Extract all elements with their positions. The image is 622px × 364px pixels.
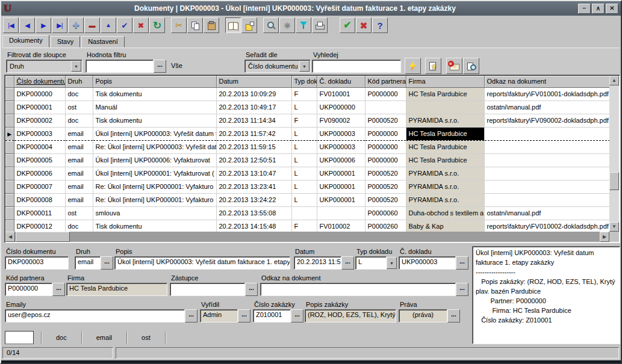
horizontal-scrollbar[interactable]: ◀ ▶	[5, 232, 609, 242]
column-header-8[interactable]: Odkaz na dokument	[484, 76, 609, 87]
grid-cell[interactable]	[406, 100, 484, 114]
grid-cell[interactable]: DKP000001	[14, 100, 65, 114]
insert-button[interactable]	[68, 17, 84, 33]
sort-select[interactable]: Číslo dokumentu ▼	[244, 60, 311, 73]
zastupce-field[interactable]	[170, 283, 245, 296]
grid-cell[interactable]	[484, 127, 609, 140]
prava-ellipsis-button[interactable]	[447, 309, 460, 322]
table-row[interactable]: DKP000004emailRe: Úkol [interni] UKP0000…	[5, 140, 609, 153]
grid-cell[interactable]: FV010002	[317, 220, 365, 232]
tab-stavy[interactable]: Stavy	[51, 36, 81, 48]
close-button[interactable]: ✕	[606, 4, 618, 14]
grid-cell[interactable]	[484, 180, 609, 193]
grid-cell[interactable]: Re: Úkol [interni] UKP000001: Vyfakturo	[93, 180, 216, 193]
grid-cell[interactable]: 20.2.2013 13:23:41	[216, 180, 291, 193]
search-document-button[interactable]	[463, 58, 479, 74]
grid-cell[interactable]: Baby & Kap	[406, 220, 484, 232]
help-button[interactable]	[372, 17, 388, 33]
vyridil-ellipsis-button[interactable]	[238, 309, 250, 322]
scroll-left-icon[interactable]: ◀	[5, 232, 15, 242]
grid-cell[interactable]: PYRAMIDA s.r.o.	[406, 114, 484, 127]
grid-cell[interactable]: Úkol [interni] UKP000001: Vyfakturovat (	[93, 167, 216, 180]
table-row[interactable]: ▶DKP000003emailÚkol [interni] UKP000003:…	[5, 127, 609, 140]
grid-cell[interactable]: DKP000007	[14, 180, 65, 193]
filter-column-select[interactable]: Druh ▼	[6, 60, 82, 73]
grid-cell[interactable]: P0000520	[365, 180, 406, 193]
grid-cell[interactable]: email	[65, 167, 93, 180]
column-header-5[interactable]: Č. dokladu	[317, 76, 365, 87]
grid-cell[interactable]: 20.2.2013 11:57:42	[216, 127, 291, 140]
grid-cell[interactable]	[484, 153, 609, 167]
grid-cell[interactable]: ostatni\manual.pdf	[484, 206, 609, 220]
grid-cell[interactable]: 20.2.2013 12:50:51	[216, 153, 291, 167]
cislo-zakazky-field[interactable]: Z010001	[253, 309, 291, 322]
grid-cell[interactable]: DKP000006	[14, 167, 65, 180]
odkaz-field[interactable]	[260, 283, 456, 296]
email-button[interactable]	[446, 58, 462, 74]
grid-cell[interactable]: doc	[65, 220, 93, 232]
grid-cell[interactable]: DKP000005	[14, 153, 65, 167]
print-button[interactable]	[312, 17, 328, 33]
grid-cell[interactable]: 20.2.2013 10:09:29	[216, 87, 291, 100]
tab-dokumenty[interactable]: Dokumenty	[2, 35, 49, 48]
table-row[interactable]: DKP000012docTisk dokumentu20.2.2013 14:1…	[5, 220, 609, 232]
grid-cell[interactable]: P0000000	[365, 140, 406, 153]
grid-cell[interactable]: ost	[65, 100, 93, 114]
grid-cell[interactable]: DKP000000	[14, 87, 65, 100]
column-header-1[interactable]: Druh	[65, 76, 93, 87]
grid-cell[interactable]: reports\faktury\FV010001-dokladsdph.pdf	[484, 87, 609, 100]
cancel-dialog-button[interactable]	[356, 17, 372, 33]
grid-cell[interactable]: DKP000002	[14, 114, 65, 127]
grid-cell[interactable]: reports\faktury\FV010002-dokladsdph.pdf	[484, 220, 609, 232]
grid-cell[interactable]: F	[291, 87, 317, 100]
ok-button[interactable]	[340, 17, 355, 33]
grid-cell[interactable]	[484, 167, 609, 180]
table-row[interactable]: DKP000001ostManuál20.2.2013 10:49:17LUKP…	[5, 100, 609, 114]
grid-cell[interactable]: UKP000001	[317, 167, 365, 180]
grid-cell[interactable]: HC Tesla Pardubice	[406, 127, 484, 140]
filter-value-ellipsis-button[interactable]	[154, 60, 166, 73]
grid-cell[interactable]: Tisk dokumentu	[93, 87, 216, 100]
cislo-zakazky-ellipsis-button[interactable]	[291, 309, 303, 322]
popis-field[interactable]: Úkol [interni] UKP000003: Vyřešit datum …	[114, 256, 290, 270]
lightning-button[interactable]	[405, 58, 421, 74]
hscroll-thumb[interactable]	[16, 232, 70, 242]
grid-cell[interactable]	[484, 140, 609, 153]
type-tab-ost[interactable]: ost	[134, 334, 158, 341]
grid-cell[interactable]: ostatni\manual.pdf	[484, 100, 609, 114]
grid-cell[interactable]: UKP000000	[317, 100, 365, 114]
grid-cell[interactable]: Duha-obchod s textilem a	[406, 206, 484, 220]
grid-cell[interactable]: L	[291, 180, 317, 193]
type-tab-doc[interactable]: doc	[49, 334, 74, 341]
grid-cell[interactable]: email	[65, 127, 93, 140]
grid-cell[interactable]: L	[291, 153, 317, 167]
grid-cell[interactable]: 20.2.2013 10:49:17	[216, 100, 291, 114]
datum-field[interactable]: 20.2.2013 11:57:42	[294, 256, 341, 270]
table-row[interactable]: DKP000006emailÚkol [interni] UKP000001: …	[5, 167, 609, 180]
grid-cell[interactable]: Re: Úkol [interni] UKP000003: Vyřešit da…	[93, 140, 216, 153]
odkaz-ellipsis-button[interactable]	[456, 283, 468, 296]
post-button[interactable]	[117, 17, 132, 33]
chevron-down-icon[interactable]: ▼	[71, 61, 81, 72]
chevron-down-icon[interactable]: ▼	[387, 257, 397, 269]
grid-cell[interactable]: ost	[65, 206, 93, 220]
cislo-dokumentu-field[interactable]: DKP000003	[5, 256, 69, 270]
grid-cell[interactable]: DKP000008	[14, 193, 65, 206]
minimize-button[interactable]: −	[578, 4, 591, 14]
grid-cell[interactable]: 20.2.2013 13:10:47	[216, 167, 291, 180]
grid-cell[interactable]: P0000000	[365, 127, 406, 140]
grid-cell[interactable]: PYRAMIDA s.r.o.	[406, 180, 484, 193]
scroll-down-icon[interactable]: ▼	[609, 222, 619, 232]
grid-cell[interactable]: email	[65, 153, 93, 167]
grid-cell[interactable]: FV010001	[317, 87, 365, 100]
grid-cell[interactable]: L	[291, 100, 317, 114]
grid-cell[interactable]: P0000520	[365, 114, 406, 127]
grid-cell[interactable]: UKP000001	[317, 193, 365, 206]
grid-cell[interactable]: P0000520	[365, 167, 406, 180]
cut-button[interactable]	[171, 17, 187, 33]
filter-value-input[interactable]	[86, 60, 154, 73]
kod-partnera-field[interactable]: P0000000	[5, 283, 52, 296]
column-header-0[interactable]: Číslo dokumentu	[14, 76, 65, 87]
grid-cell[interactable]: DKP000004	[14, 140, 65, 153]
grid-cell[interactable]	[484, 193, 609, 206]
